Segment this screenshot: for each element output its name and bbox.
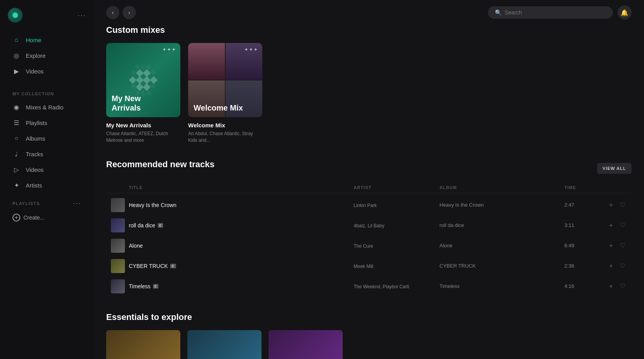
nav-item-videos-main[interactable]: ▶ Videos: [8, 63, 86, 79]
nav-item-tracks-label: Tracks: [26, 151, 43, 157]
recommended-tracks-section: Recommended new tracks VIEW ALL TITLE AR…: [106, 159, 632, 296]
nav-item-artists[interactable]: ✦ Artists: [8, 177, 86, 193]
track-actions-0: + ♡: [603, 200, 627, 210]
track-add-button-1[interactable]: +: [608, 221, 614, 230]
mix-artwork-new-arrivals: ✦✦✦ My NewArrivals: [106, 43, 180, 117]
thumb-img-3: [111, 259, 125, 273]
mix-name-welcome: Welcome Mix: [188, 122, 262, 129]
logo-dot: [12, 13, 18, 18]
mix-artwork-welcome: ✦✦✦ Welcome Mix: [188, 43, 262, 117]
track-artist-0: Linkin Park: [354, 203, 439, 208]
welcome-mix-label: Welcome Mix: [194, 104, 243, 113]
track-add-button-0[interactable]: +: [608, 200, 614, 210]
essentials-grid: [106, 330, 632, 359]
track-time-4: 4:16: [564, 283, 603, 289]
track-add-button-4[interactable]: +: [608, 282, 614, 291]
track-time-0: 2:47: [564, 202, 603, 208]
custom-mixes-section: Custom mixes ✦✦✦ My NewArrivals: [106, 25, 632, 144]
track-actions-1: + ♡: [603, 221, 627, 230]
albums-icon: ○: [12, 134, 20, 142]
main-content: ‹ › 🔍 🔔 Custom mixes ✦✦✦: [94, 0, 644, 359]
forward-button[interactable]: ›: [123, 6, 136, 19]
sidebar: ··· ⌂ Home ◎ Explore ▶ Videos MY COLLECT…: [0, 0, 94, 359]
track-row-timeless[interactable]: Timeless E The Weeknd, Playboi Carti Tim…: [106, 276, 632, 296]
track-artist-2: The Cure: [354, 243, 439, 249]
playlists-section: PLAYLISTS ··· + Create...: [0, 196, 94, 351]
back-button[interactable]: ‹: [106, 6, 119, 19]
track-title-col-1: roll da dice E: [129, 222, 354, 229]
track-album-0: Heavy Is the Crown: [439, 202, 564, 208]
nav-item-home[interactable]: ⌂ Home: [8, 32, 86, 48]
mixes-icon: ◉: [12, 103, 20, 111]
thumb-img-2: [111, 239, 125, 253]
header-right: 🔍 🔔: [488, 5, 632, 20]
track-row-roll-da-dice[interactable]: roll da dice E 4batz, Lil Baby roll da d…: [106, 215, 632, 236]
track-album-2: Alone: [439, 243, 564, 248]
app-logo: [8, 8, 23, 23]
track-like-button-2[interactable]: ♡: [618, 241, 627, 250]
welcome-quad-1: [188, 43, 225, 80]
nav-item-explore[interactable]: ◎ Explore: [8, 48, 86, 63]
track-add-button-2[interactable]: +: [608, 241, 614, 250]
track-thumb-1: [111, 218, 125, 232]
track-time-3: 2:36: [564, 263, 603, 269]
track-name-1: roll da dice E: [129, 222, 354, 229]
essential-card-0[interactable]: [106, 330, 180, 359]
track-like-button-3[interactable]: ♡: [618, 261, 627, 271]
explore-icon: ◎: [12, 52, 20, 59]
track-row-alone[interactable]: Alone The Cure Alone 6:49 + ♡: [106, 236, 632, 256]
thumb-img-4: [111, 279, 125, 293]
track-like-button-4[interactable]: ♡: [618, 282, 627, 291]
recommended-tracks-title: Recommended new tracks: [106, 159, 215, 170]
track-artist-3: Meek Mill: [354, 264, 439, 269]
search-input[interactable]: [505, 9, 606, 16]
new-arrivals-label: My NewArrivals: [112, 94, 141, 113]
nav-item-tracks[interactable]: ♩ Tracks: [8, 146, 86, 162]
nav-item-albums-label: Albums: [26, 135, 45, 142]
track-actions-3: + ♡: [603, 261, 627, 271]
tracks-table: TITLE ARTIST ALBUM TIME Heavy Is the Cro…: [106, 182, 632, 296]
create-playlist-label: Create...: [23, 214, 44, 221]
tracks-icon: ♩: [12, 150, 20, 158]
track-name-0: Heavy Is the Crown: [129, 202, 354, 208]
playlists-more-button[interactable]: ···: [73, 199, 81, 207]
essential-card-2[interactable]: [269, 330, 343, 359]
view-all-button[interactable]: VIEW ALL: [597, 163, 632, 174]
essentials-section: Essentials to explore: [106, 312, 632, 359]
content-area: Custom mixes ✦✦✦ My NewArrivals: [94, 25, 644, 359]
explicit-badge-4: E: [153, 284, 159, 289]
playlists-header: PLAYLISTS ···: [8, 196, 86, 211]
nav-item-videos-collection[interactable]: ▷ Videos: [8, 162, 86, 177]
sidebar-more-button[interactable]: ···: [78, 11, 86, 20]
mix-card-welcome[interactable]: ✦✦✦ Welcome Mix: [188, 43, 262, 144]
create-playlist-button[interactable]: + Create...: [8, 211, 86, 225]
essentials-title: Essentials to explore: [106, 312, 632, 322]
col-header-artist: ARTIST: [354, 185, 439, 190]
track-row-heavy-is-crown[interactable]: Heavy Is the Crown Linkin Park Heavy Is …: [106, 195, 632, 215]
track-actions-4: + ♡: [603, 282, 627, 291]
notification-button[interactable]: 🔔: [617, 5, 632, 20]
col-header-title: TITLE: [129, 185, 354, 190]
essential-card-1[interactable]: [187, 330, 262, 359]
track-name-4: Timeless E: [129, 283, 354, 289]
nav-item-playlists[interactable]: ☰ Playlists: [8, 115, 86, 130]
essential-artwork-1: [187, 330, 262, 359]
playlists-icon: ☰: [12, 119, 20, 127]
track-add-button-3[interactable]: +: [608, 261, 614, 271]
nav-item-mixes[interactable]: ◉ Mixes & Radio: [8, 99, 86, 115]
track-time-1: 3:11: [564, 222, 603, 228]
track-row-cyber-truck[interactable]: CYBER TRUCK E Meek Mill CYBER TRUCK 2:36…: [106, 256, 632, 276]
track-like-button-0[interactable]: ♡: [618, 200, 627, 210]
track-thumb-4: [111, 279, 125, 293]
track-thumb-0: [111, 198, 125, 212]
col-header-empty: [111, 185, 129, 190]
plus-icon: +: [12, 214, 20, 221]
track-like-button-1[interactable]: ♡: [618, 221, 627, 230]
mix-more-dots-welcome[interactable]: ✦✦✦: [244, 47, 258, 52]
nav-item-mixes-label: Mixes & Radio: [26, 104, 64, 111]
essential-artwork-0: [106, 330, 180, 359]
videos-collection-icon: ▷: [12, 166, 20, 173]
mix-card-new-arrivals[interactable]: ✦✦✦ My NewArrivals My New Arrivals Chase…: [106, 43, 180, 144]
nav-item-artists-label: Artists: [26, 182, 42, 189]
nav-item-albums[interactable]: ○ Albums: [8, 130, 86, 146]
